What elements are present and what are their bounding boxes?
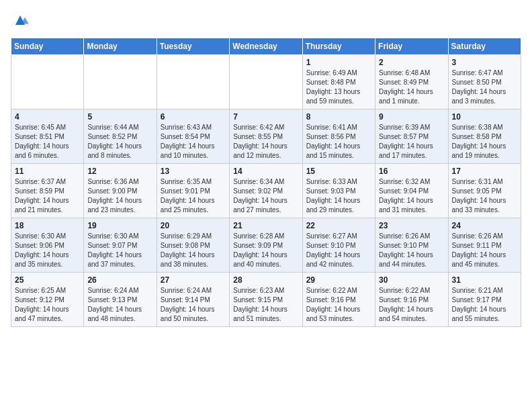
day-info: Sunrise: 6:28 AM Sunset: 9:09 PM Dayligh… (233, 232, 298, 269)
day-info: Sunrise: 6:48 AM Sunset: 8:49 PM Dayligh… (379, 68, 444, 106)
day-number: 17 (452, 167, 517, 176)
calendar-cell: 10Sunrise: 6:38 AM Sunset: 8:58 PM Dayli… (448, 109, 521, 164)
day-number: 4 (15, 112, 80, 122)
day-number: 28 (233, 275, 298, 285)
day-number: 18 (15, 221, 80, 230)
day-number: 30 (379, 275, 444, 285)
day-header-friday: Friday (375, 38, 448, 55)
calendar-cell: 1Sunrise: 6:49 AM Sunset: 8:48 PM Daylig… (302, 55, 375, 109)
day-info: Sunrise: 6:31 AM Sunset: 9:05 PM Dayligh… (452, 177, 517, 215)
calendar-cell: 21Sunrise: 6:28 AM Sunset: 9:09 PM Dayli… (230, 218, 302, 273)
day-number: 16 (379, 167, 444, 176)
calendar-cell: 22Sunrise: 6:27 AM Sunset: 9:10 PM Dayli… (302, 218, 375, 273)
calendar-cell: 17Sunrise: 6:31 AM Sunset: 9:05 PM Dayli… (448, 164, 521, 218)
calendar-cell: 6Sunrise: 6:43 AM Sunset: 8:54 PM Daylig… (157, 109, 229, 164)
day-info: Sunrise: 6:23 AM Sunset: 9:15 PM Dayligh… (233, 286, 298, 324)
calendar-cell: 26Sunrise: 6:24 AM Sunset: 9:13 PM Dayli… (84, 273, 157, 327)
calendar-cell (11, 55, 84, 109)
day-info: Sunrise: 6:41 AM Sunset: 8:56 PM Dayligh… (306, 123, 371, 161)
calendar-header-row: SundayMondayTuesdayWednesdayThursdayFrid… (11, 38, 521, 55)
calendar-cell: 3Sunrise: 6:47 AM Sunset: 8:50 PM Daylig… (448, 55, 521, 109)
calendar-cell: 19Sunrise: 6:30 AM Sunset: 9:07 PM Dayli… (84, 218, 157, 273)
day-info: Sunrise: 6:26 AM Sunset: 9:11 PM Dayligh… (452, 232, 517, 269)
day-number: 10 (452, 112, 517, 122)
calendar-cell: 27Sunrise: 6:24 AM Sunset: 9:14 PM Dayli… (157, 273, 229, 327)
day-number: 25 (15, 275, 80, 285)
calendar-week-row: 25Sunrise: 6:25 AM Sunset: 9:12 PM Dayli… (11, 273, 521, 327)
calendar-cell: 8Sunrise: 6:41 AM Sunset: 8:56 PM Daylig… (302, 109, 375, 164)
day-number: 31 (452, 275, 517, 285)
day-info: Sunrise: 6:49 AM Sunset: 8:48 PM Dayligh… (306, 68, 371, 106)
calendar-cell: 20Sunrise: 6:29 AM Sunset: 9:08 PM Dayli… (157, 218, 229, 273)
day-info: Sunrise: 6:22 AM Sunset: 9:16 PM Dayligh… (379, 286, 444, 324)
calendar-cell (230, 55, 302, 109)
day-number: 14 (233, 167, 298, 176)
calendar-cell: 16Sunrise: 6:32 AM Sunset: 9:04 PM Dayli… (375, 164, 448, 218)
day-info: Sunrise: 6:26 AM Sunset: 9:10 PM Dayligh… (379, 232, 444, 269)
day-number: 29 (306, 275, 371, 285)
logo-icon (11, 11, 30, 30)
day-number: 8 (306, 112, 371, 122)
calendar-cell: 25Sunrise: 6:25 AM Sunset: 9:12 PM Dayli… (11, 273, 84, 327)
day-number: 24 (452, 221, 517, 230)
day-number: 20 (161, 221, 226, 230)
day-info: Sunrise: 6:22 AM Sunset: 9:16 PM Dayligh… (306, 286, 371, 324)
day-number: 3 (452, 58, 517, 67)
calendar-cell: 23Sunrise: 6:26 AM Sunset: 9:10 PM Dayli… (375, 218, 448, 273)
day-info: Sunrise: 6:30 AM Sunset: 9:07 PM Dayligh… (87, 232, 152, 269)
day-number: 11 (15, 167, 80, 176)
day-info: Sunrise: 6:33 AM Sunset: 9:03 PM Dayligh… (306, 177, 371, 215)
day-info: Sunrise: 6:30 AM Sunset: 9:06 PM Dayligh… (15, 232, 80, 269)
day-number: 13 (161, 167, 226, 176)
calendar-cell: 9Sunrise: 6:39 AM Sunset: 8:57 PM Daylig… (375, 109, 448, 164)
day-info: Sunrise: 6:45 AM Sunset: 8:51 PM Dayligh… (15, 123, 80, 161)
calendar-cell: 12Sunrise: 6:36 AM Sunset: 9:00 PM Dayli… (84, 164, 157, 218)
day-number: 27 (161, 275, 226, 285)
calendar-table: SundayMondayTuesdayWednesdayThursdayFrid… (11, 38, 521, 327)
day-info: Sunrise: 6:35 AM Sunset: 9:01 PM Dayligh… (161, 177, 226, 215)
day-header-monday: Monday (84, 38, 157, 55)
day-number: 21 (233, 221, 298, 230)
day-number: 2 (379, 58, 444, 67)
day-number: 15 (306, 167, 371, 176)
calendar-cell: 11Sunrise: 6:37 AM Sunset: 8:59 PM Dayli… (11, 164, 84, 218)
day-number: 1 (306, 58, 371, 67)
day-info: Sunrise: 6:34 AM Sunset: 9:02 PM Dayligh… (233, 177, 298, 215)
day-number: 26 (87, 275, 152, 285)
day-info: Sunrise: 6:24 AM Sunset: 9:14 PM Dayligh… (161, 286, 226, 324)
day-info: Sunrise: 6:24 AM Sunset: 9:13 PM Dayligh… (87, 286, 152, 324)
day-number: 6 (161, 112, 226, 122)
calendar-cell: 7Sunrise: 6:42 AM Sunset: 8:55 PM Daylig… (230, 109, 302, 164)
day-info: Sunrise: 6:37 AM Sunset: 8:59 PM Dayligh… (15, 177, 80, 215)
calendar-cell: 28Sunrise: 6:23 AM Sunset: 9:15 PM Dayli… (230, 273, 302, 327)
day-header-saturday: Saturday (448, 38, 521, 55)
day-number: 22 (306, 221, 371, 230)
day-info: Sunrise: 6:32 AM Sunset: 9:04 PM Dayligh… (379, 177, 444, 215)
calendar-cell: 2Sunrise: 6:48 AM Sunset: 8:49 PM Daylig… (375, 55, 448, 109)
calendar-cell: 30Sunrise: 6:22 AM Sunset: 9:16 PM Dayli… (375, 273, 448, 327)
logo (11, 11, 32, 30)
day-info: Sunrise: 6:42 AM Sunset: 8:55 PM Dayligh… (233, 123, 298, 161)
day-number: 12 (87, 167, 152, 176)
day-number: 7 (233, 112, 298, 122)
calendar-week-row: 11Sunrise: 6:37 AM Sunset: 8:59 PM Dayli… (11, 164, 521, 218)
day-header-wednesday: Wednesday (230, 38, 302, 55)
day-header-thursday: Thursday (302, 38, 375, 55)
calendar-cell (84, 55, 157, 109)
day-info: Sunrise: 6:38 AM Sunset: 8:58 PM Dayligh… (452, 123, 517, 161)
day-info: Sunrise: 6:29 AM Sunset: 9:08 PM Dayligh… (161, 232, 226, 269)
page-header (11, 11, 521, 30)
calendar-week-row: 4Sunrise: 6:45 AM Sunset: 8:51 PM Daylig… (11, 109, 521, 164)
day-header-tuesday: Tuesday (157, 38, 229, 55)
day-info: Sunrise: 6:21 AM Sunset: 9:17 PM Dayligh… (452, 286, 517, 324)
day-info: Sunrise: 6:27 AM Sunset: 9:10 PM Dayligh… (306, 232, 371, 269)
calendar-cell: 18Sunrise: 6:30 AM Sunset: 9:06 PM Dayli… (11, 218, 84, 273)
calendar-cell: 14Sunrise: 6:34 AM Sunset: 9:02 PM Dayli… (230, 164, 302, 218)
calendar-cell: 24Sunrise: 6:26 AM Sunset: 9:11 PM Dayli… (448, 218, 521, 273)
day-number: 9 (379, 112, 444, 122)
day-info: Sunrise: 6:43 AM Sunset: 8:54 PM Dayligh… (161, 123, 226, 161)
day-info: Sunrise: 6:36 AM Sunset: 9:00 PM Dayligh… (87, 177, 152, 215)
calendar-cell: 29Sunrise: 6:22 AM Sunset: 9:16 PM Dayli… (302, 273, 375, 327)
day-info: Sunrise: 6:44 AM Sunset: 8:52 PM Dayligh… (87, 123, 152, 161)
calendar-week-row: 1Sunrise: 6:49 AM Sunset: 8:48 PM Daylig… (11, 55, 521, 109)
